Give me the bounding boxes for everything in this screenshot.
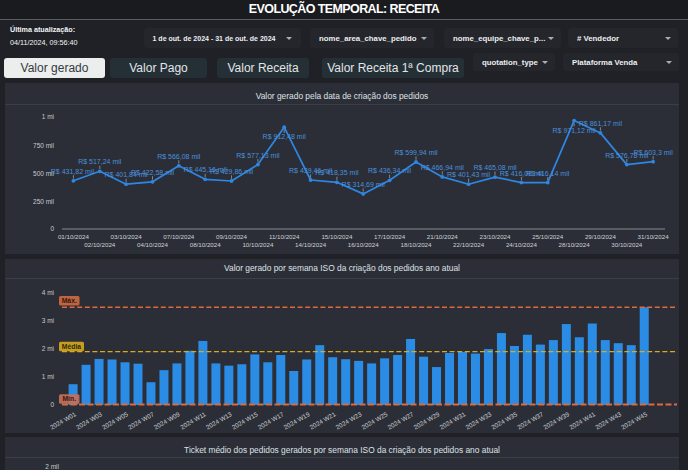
svg-text:2024 W15: 2024 W15 <box>230 410 259 431</box>
svg-text:23/10/2024: 23/10/2024 <box>480 233 512 240</box>
svg-text:02/10/2024: 02/10/2024 <box>84 241 116 248</box>
svg-text:R$ 861,17 mil: R$ 861,17 mil <box>579 120 623 127</box>
svg-text:R$ 912,48 mil: R$ 912,48 mil <box>263 133 307 140</box>
svg-text:R$ 517,24 mil: R$ 517,24 mil <box>78 158 122 165</box>
svg-text:2024 W21: 2024 W21 <box>308 410 337 431</box>
svg-text:21/10/2024: 21/10/2024 <box>427 233 459 240</box>
svg-text:2024 W45: 2024 W45 <box>620 410 649 431</box>
svg-text:2024 W39: 2024 W39 <box>542 410 571 431</box>
svg-text:14/10/2024: 14/10/2024 <box>295 241 327 248</box>
svg-text:Mín.: Mín. <box>62 395 76 402</box>
svg-text:2024 W23: 2024 W23 <box>334 410 363 431</box>
svg-text:2024 W43: 2024 W43 <box>594 410 623 431</box>
svg-text:18/10/2024: 18/10/2024 <box>401 241 433 248</box>
svg-text:01/10/2024: 01/10/2024 <box>58 233 90 240</box>
svg-text:29/10/2024: 29/10/2024 <box>585 233 617 240</box>
svg-text:2024 W01: 2024 W01 <box>49 410 78 431</box>
svg-text:2024 W29: 2024 W29 <box>412 410 441 431</box>
svg-text:28/10/2024: 28/10/2024 <box>559 241 591 248</box>
svg-text:09/10/2024: 09/10/2024 <box>216 233 248 240</box>
svg-text:R$ 436,34 mil: R$ 436,34 mil <box>368 167 412 174</box>
svg-text:2024 W35: 2024 W35 <box>490 410 519 431</box>
svg-text:4 mi: 4 mi <box>42 289 54 296</box>
svg-text:2024 W33: 2024 W33 <box>464 410 493 431</box>
svg-text:R$ 577,13 mil: R$ 577,13 mil <box>236 152 280 159</box>
svg-text:R$ 603,3 mil: R$ 603,3 mil <box>633 149 673 156</box>
svg-text:R$ 599,94 mil: R$ 599,94 mil <box>394 149 438 156</box>
svg-text:250 mil: 250 mil <box>33 198 55 205</box>
svg-text:10/10/2024: 10/10/2024 <box>242 241 274 248</box>
svg-text:08/10/2024: 08/10/2024 <box>190 241 222 248</box>
svg-text:2 mi: 2 mi <box>42 345 54 352</box>
svg-text:2024 W11: 2024 W11 <box>179 410 207 430</box>
svg-text:03/10/2024: 03/10/2024 <box>111 233 143 240</box>
svg-text:R$ 422,58 mil: R$ 422,58 mil <box>131 169 175 176</box>
svg-text:04/10/2024: 04/10/2024 <box>137 241 169 248</box>
svg-text:R$ 431,82 mil: R$ 431,82 mil <box>51 168 95 175</box>
svg-text:R$ 971,12 mil: R$ 971,12 mil <box>552 127 596 134</box>
svg-text:R$ 314,69 mil: R$ 314,69 mil <box>342 181 386 188</box>
svg-text:2024 W19: 2024 W19 <box>282 410 311 431</box>
svg-text:2024 W13: 2024 W13 <box>205 410 234 431</box>
svg-text:2024 W07: 2024 W07 <box>127 410 156 431</box>
svg-text:0: 0 <box>50 225 54 232</box>
svg-text:R$ 429,86 mil: R$ 429,86 mil <box>210 168 254 175</box>
svg-text:25/10/2024: 25/10/2024 <box>532 233 564 240</box>
svg-text:2024 W09: 2024 W09 <box>153 410 182 431</box>
svg-text:11/10/2024: 11/10/2024 <box>269 233 300 240</box>
svg-text:2024 W05: 2024 W05 <box>101 410 130 431</box>
svg-text:0: 0 <box>50 401 54 408</box>
svg-text:2024 W25: 2024 W25 <box>360 410 389 431</box>
svg-text:2024 W41: 2024 W41 <box>568 410 597 431</box>
svg-text:750 mil: 750 mil <box>33 142 55 149</box>
svg-text:R$ 418,35 mil: R$ 418,35 mil <box>315 169 359 176</box>
svg-text:R$ 466,94 mil: R$ 466,94 mil <box>421 164 465 171</box>
svg-text:16/10/2024: 16/10/2024 <box>348 241 380 248</box>
svg-text:3 mi: 3 mi <box>42 317 54 324</box>
svg-text:R$ 566,08 mil: R$ 566,08 mil <box>157 153 201 160</box>
svg-text:R$ 401,43 mil: R$ 401,43 mil <box>447 171 491 178</box>
svg-text:31/10/2024: 31/10/2024 <box>638 233 670 240</box>
svg-text:2024 W37: 2024 W37 <box>516 410 545 431</box>
svg-text:2024 W31: 2024 W31 <box>438 410 467 431</box>
svg-text:22/10/2024: 22/10/2024 <box>453 241 485 248</box>
svg-text:1 mi: 1 mi <box>42 113 54 120</box>
svg-text:2024 W17: 2024 W17 <box>256 410 285 431</box>
svg-text:R$ 416,14 mil: R$ 416,14 mil <box>526 170 570 177</box>
svg-text:30/10/2024: 30/10/2024 <box>611 241 643 248</box>
svg-text:2024 W27: 2024 W27 <box>386 410 415 431</box>
svg-text:15/10/2024: 15/10/2024 <box>321 233 353 240</box>
svg-text:07/10/2024: 07/10/2024 <box>163 233 195 240</box>
svg-text:17/10/2024: 17/10/2024 <box>374 233 406 240</box>
svg-text:Média: Média <box>62 343 81 350</box>
svg-text:2024 W03: 2024 W03 <box>75 410 104 431</box>
svg-text:Máx.: Máx. <box>62 297 77 304</box>
svg-text:24/10/2024: 24/10/2024 <box>506 241 538 248</box>
svg-text:1 mi: 1 mi <box>42 373 54 380</box>
